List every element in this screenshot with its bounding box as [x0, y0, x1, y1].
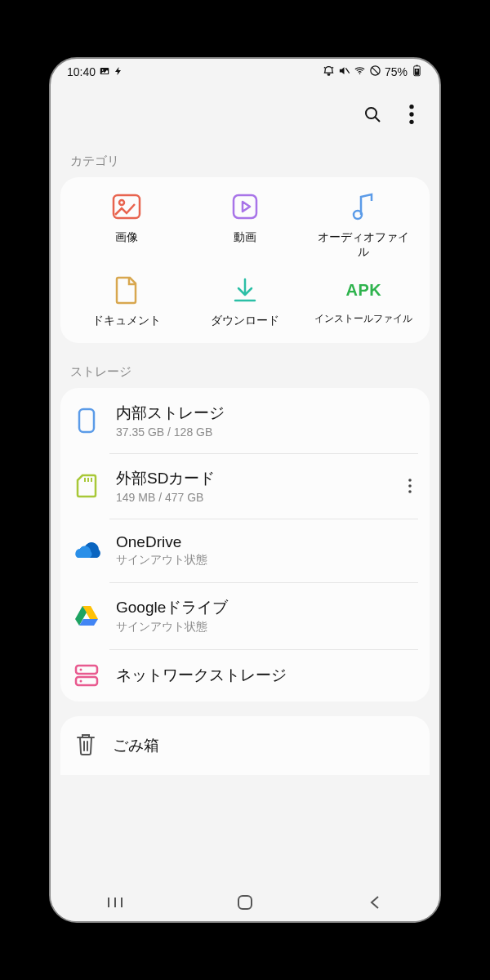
- category-label: 動画: [234, 229, 256, 244]
- alarm-icon: [323, 65, 335, 79]
- category-documents[interactable]: ドキュメント: [67, 275, 185, 327]
- svg-point-3: [359, 73, 361, 74]
- category-label: ドキュメント: [92, 313, 161, 327]
- svg-point-11: [409, 105, 413, 109]
- svg-point-27: [80, 668, 82, 670]
- category-audio[interactable]: オーディオファイル: [305, 192, 423, 259]
- document-icon: [114, 275, 139, 305]
- category-section-label: カテゴリ: [51, 147, 439, 177]
- category-downloads[interactable]: ダウンロード: [185, 275, 304, 327]
- storage-sub: サインアウト状態: [116, 553, 418, 568]
- svg-point-24: [408, 490, 412, 493]
- storage-title: Googleドライブ: [116, 597, 418, 618]
- battery-icon: [411, 65, 423, 79]
- category-apk[interactable]: APK インストールファイル: [305, 275, 423, 327]
- svg-point-12: [409, 112, 413, 116]
- svg-point-13: [409, 120, 413, 124]
- apk-icon: APK: [345, 275, 381, 305]
- storage-title: ネットワークストレージ: [116, 665, 418, 686]
- storage-onedrive[interactable]: OneDrive サインアウト状態: [60, 519, 430, 582]
- storage-sdcard[interactable]: 外部SDカード 149 MB / 477 GB: [60, 453, 430, 519]
- status-time: 10:40: [67, 65, 96, 78]
- svg-point-28: [80, 679, 82, 682]
- svg-point-22: [408, 479, 412, 482]
- storage-internal[interactable]: 内部ストレージ 37.35 GB / 128 GB: [60, 388, 430, 453]
- svg-rect-16: [234, 195, 256, 218]
- more-icon[interactable]: [402, 105, 421, 127]
- storage-title: 内部ストレージ: [116, 403, 418, 424]
- category-videos[interactable]: 動画: [185, 192, 304, 259]
- svg-line-2: [345, 68, 349, 73]
- category-label: インストールファイル: [314, 313, 412, 326]
- category-label: 画像: [115, 229, 138, 244]
- nav-recents[interactable]: [99, 894, 131, 911]
- battery-text: 75%: [385, 65, 408, 78]
- category-images[interactable]: 画像: [67, 192, 185, 259]
- storage-title: 外部SDカード: [116, 468, 387, 489]
- image-indicator-icon: [99, 65, 110, 79]
- svg-rect-26: [76, 677, 97, 685]
- phone-storage-icon: [72, 408, 101, 434]
- storage-sub: 149 MB / 477 GB: [116, 491, 387, 504]
- storage-googledrive[interactable]: Googleドライブ サインアウト状態: [60, 582, 430, 649]
- trash-item[interactable]: ごみ箱: [60, 716, 430, 775]
- storage-section-label: ストレージ: [51, 358, 439, 388]
- category-label: オーディオファイル: [314, 229, 412, 259]
- storage-sub: 37.35 GB / 128 GB: [116, 425, 418, 439]
- toolbar: [51, 85, 439, 147]
- nav-back[interactable]: [359, 894, 391, 911]
- nav-home[interactable]: [229, 894, 261, 911]
- category-label: ダウンロード: [211, 313, 279, 327]
- svg-rect-14: [114, 195, 140, 218]
- mute-icon: [338, 65, 350, 79]
- svg-point-23: [408, 484, 412, 488]
- svg-rect-18: [79, 409, 94, 432]
- storage-card: 内部ストレージ 37.35 GB / 128 GB 外部SDカード 149 MB…: [60, 388, 430, 702]
- download-icon: [231, 275, 259, 305]
- trash-icon: [75, 733, 96, 759]
- search-icon[interactable]: [363, 105, 382, 127]
- trash-label: ごみ箱: [113, 735, 159, 756]
- nav-bar: [51, 884, 439, 921]
- sdcard-icon: [72, 474, 101, 498]
- svg-rect-25: [76, 666, 97, 674]
- svg-rect-7: [416, 65, 418, 66]
- svg-point-9: [366, 108, 376, 118]
- storage-title: OneDrive: [116, 533, 418, 551]
- svg-point-1: [102, 69, 104, 70]
- image-icon: [112, 192, 141, 221]
- sdcard-more-icon[interactable]: [402, 479, 418, 493]
- storage-network[interactable]: ネットワークストレージ: [60, 649, 430, 702]
- wifi-icon: [354, 65, 366, 79]
- phone-frame: 10:40 75% カテゴリ: [49, 57, 441, 923]
- googledrive-icon: [72, 605, 101, 626]
- audio-icon: [351, 192, 376, 221]
- network-storage-icon: [72, 664, 101, 687]
- svg-point-15: [119, 200, 124, 205]
- category-card: 画像 動画 オーディオファイル ドキュメント: [60, 177, 430, 343]
- svg-rect-32: [238, 896, 252, 909]
- do-not-disturb-icon: [369, 65, 381, 79]
- svg-line-5: [372, 67, 379, 74]
- onedrive-icon: [72, 541, 101, 559]
- charging-icon: [114, 65, 123, 78]
- video-icon: [231, 192, 259, 221]
- status-bar: 10:40 75%: [51, 59, 439, 85]
- storage-sub: サインアウト状態: [116, 620, 418, 635]
- svg-line-10: [376, 118, 381, 122]
